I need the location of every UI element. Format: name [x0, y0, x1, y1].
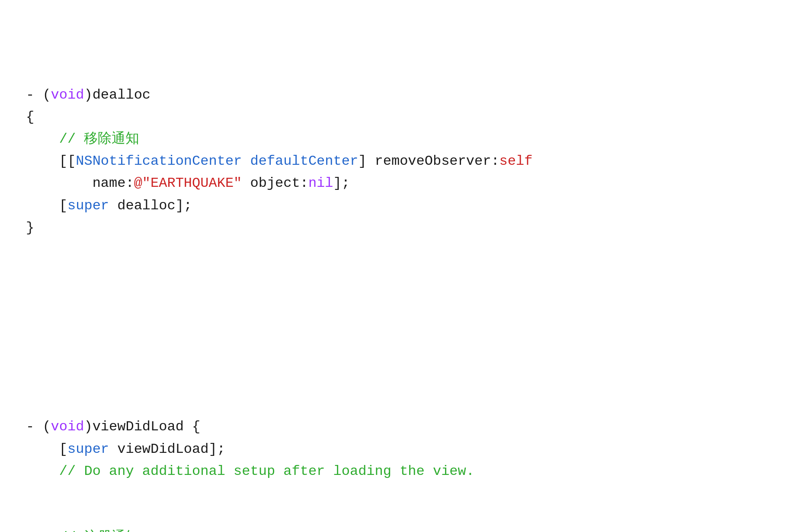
code-viewer: - (void)dealloc { // 移除通知 [[NSNotificati…: [26, 17, 781, 532]
comment-register: // 注册通知: [59, 529, 140, 532]
code-line: ] removeObserver:: [358, 153, 499, 169]
code-line: (: [42, 87, 51, 103]
code-line: [26, 463, 59, 479]
comment-setup: // Do any additional setup after loading…: [59, 463, 474, 479]
keyword-self: self: [500, 153, 533, 169]
code-line: [26, 529, 59, 532]
code-line: object:: [242, 175, 308, 191]
code-line: )viewDidLoad {: [84, 419, 200, 435]
keyword-super2: super: [67, 441, 109, 457]
code-line: viewDidLoad];: [109, 441, 225, 457]
viewdidload-section: - (void)viewDidLoad { [super viewDidLoad…: [26, 394, 781, 532]
code-line: )dealloc: [84, 87, 151, 103]
code-line: -: [26, 419, 42, 435]
keyword-void2: void: [51, 419, 84, 435]
code-line: [: [26, 198, 67, 214]
class-nsnotificationcenter: NSNotificationCenter: [76, 153, 242, 169]
code-line: ];: [333, 175, 350, 191]
code-line: {: [26, 109, 34, 125]
code-line: [: [26, 441, 67, 457]
code-line: dealloc];: [109, 198, 192, 214]
method-defaultcenter: defaultCenter: [250, 153, 358, 169]
code-line: }: [26, 220, 34, 236]
code-line: [242, 153, 250, 169]
string-earthquake: "EARTHQUAKE": [142, 175, 242, 191]
code-line: [26, 131, 59, 147]
code-line: -: [26, 87, 42, 103]
code-line: name:: [26, 175, 134, 191]
blank-line-2: [26, 327, 781, 349]
code-line: (: [42, 419, 51, 435]
keyword-void: void: [51, 87, 84, 103]
at-sign: @: [134, 175, 142, 191]
keyword-nil: nil: [308, 175, 333, 191]
code-line: [[: [26, 153, 76, 169]
dealloc-section: - (void)dealloc { // 移除通知 [[NSNotificati…: [26, 61, 781, 239]
keyword-super: super: [67, 198, 109, 214]
comment-remove-notification: // 移除通知: [59, 131, 140, 147]
blank-line-1: [26, 283, 781, 305]
